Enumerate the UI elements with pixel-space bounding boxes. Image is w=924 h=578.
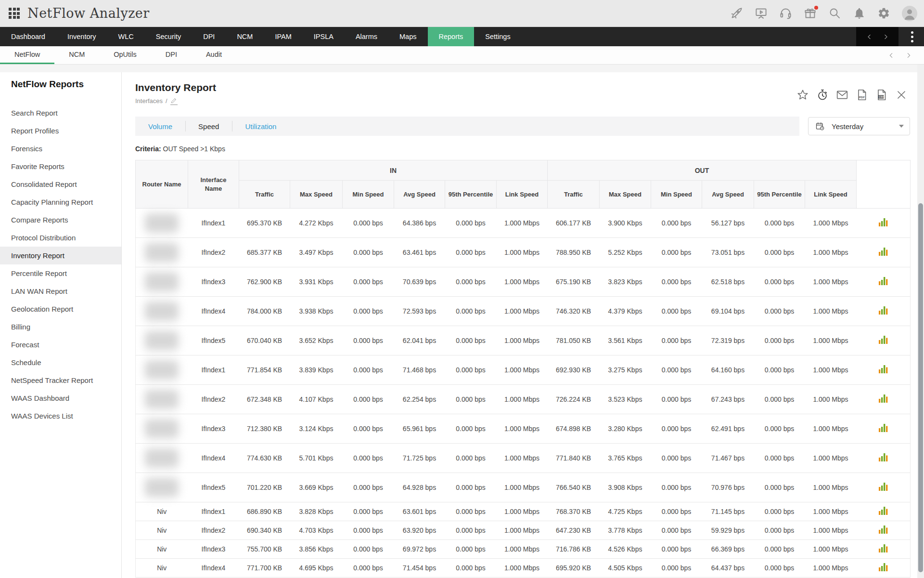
value-cell: 0.000 bps bbox=[343, 267, 394, 297]
traffic-chart-icon[interactable] bbox=[879, 394, 888, 403]
traffic-chart-icon[interactable] bbox=[879, 218, 888, 226]
inventory-table: Router NameInterface NameINOUTTrafficMax… bbox=[135, 160, 911, 578]
sidebar-item-waas-devices-list[interactable]: WAAS Devices List bbox=[0, 407, 121, 425]
close-report-icon[interactable] bbox=[895, 89, 908, 101]
value-cell: 71.145 bps bbox=[702, 502, 754, 521]
sidebar-item-billing[interactable]: Billing bbox=[0, 318, 121, 336]
traffic-chart-icon[interactable] bbox=[879, 365, 888, 373]
sidebar-item-search-report[interactable]: Search Report bbox=[0, 104, 121, 122]
value-cell: 685.377 KB bbox=[239, 238, 290, 267]
traffic-chart-icon[interactable] bbox=[879, 424, 888, 432]
sidebar-item-protocol-distribution[interactable]: Protocol Distribution bbox=[0, 229, 121, 247]
nav-item-ncm[interactable]: NCM bbox=[226, 27, 264, 46]
value-cell: 73.051 bps bbox=[702, 238, 754, 267]
traffic-chart-icon[interactable] bbox=[879, 507, 888, 515]
subnav-item-audit[interactable]: Audit bbox=[192, 46, 236, 64]
nav-scroll-right-icon[interactable] bbox=[877, 27, 894, 46]
subnav-scroll-left-icon[interactable] bbox=[887, 52, 895, 59]
value-cell: 0.000 bps bbox=[343, 502, 394, 521]
nav-item-dashboard[interactable]: Dashboard bbox=[0, 27, 56, 46]
value-cell: 69.972 bps bbox=[394, 540, 445, 559]
nav-more-menu-icon[interactable] bbox=[898, 27, 924, 46]
nav-item-settings[interactable]: Settings bbox=[474, 27, 521, 46]
sidebar-item-netspeed-tracker-report[interactable]: NetSpeed Tracker Report bbox=[0, 371, 121, 389]
sidebar-item-consolidated-report[interactable]: Consolidated Report bbox=[0, 175, 121, 193]
vertical-scrollbar-thumb[interactable] bbox=[918, 203, 923, 572]
demo-video-icon[interactable] bbox=[755, 7, 768, 20]
sidebar-item-forecast[interactable]: Forecast bbox=[0, 336, 121, 354]
nav-scroll-left-icon[interactable] bbox=[861, 27, 877, 46]
nav-item-ipam[interactable]: IPAM bbox=[264, 27, 302, 46]
nav-item-reports[interactable]: Reports bbox=[428, 27, 475, 46]
export-csv-icon[interactable]: CSV bbox=[875, 89, 888, 101]
nav-item-maps[interactable]: Maps bbox=[388, 27, 427, 46]
tab-utilization[interactable]: Utilization bbox=[232, 117, 289, 136]
rocket-icon[interactable] bbox=[730, 7, 743, 20]
sidebar-item-waas-dashboard[interactable]: WAAS Dashboard bbox=[0, 389, 121, 407]
nav-item-inventory[interactable]: Inventory bbox=[56, 27, 107, 46]
export-pdf-icon[interactable]: PDF bbox=[856, 89, 868, 101]
column-header: Router Name bbox=[136, 160, 188, 209]
sidebar-item-compare-reports[interactable]: Compare Reports bbox=[0, 211, 121, 229]
sidebar-item-percentile-report[interactable]: Percentile Report bbox=[0, 264, 121, 282]
subnav-scroll-right-icon[interactable] bbox=[905, 52, 912, 59]
breadcrumb-path[interactable]: Interfaces bbox=[135, 97, 163, 105]
email-report-icon[interactable] bbox=[836, 89, 848, 101]
notifications-bell-icon[interactable] bbox=[853, 7, 866, 20]
nav-item-security[interactable]: Security bbox=[145, 27, 192, 46]
value-cell: 63.601 bps bbox=[394, 502, 445, 521]
nav-item-wlc[interactable]: WLC bbox=[107, 27, 145, 46]
subnav-item-dpi[interactable]: DPI bbox=[151, 46, 192, 64]
traffic-chart-icon[interactable] bbox=[879, 563, 888, 571]
favorite-star-icon[interactable] bbox=[796, 89, 809, 101]
nav-item-alarms[interactable]: Alarms bbox=[345, 27, 388, 46]
sidebar-item-geolocation-report[interactable]: Geolocation Report bbox=[0, 300, 121, 318]
value-cell: 766.540 KB bbox=[548, 473, 600, 502]
traffic-chart-icon[interactable] bbox=[879, 277, 888, 285]
user-avatar[interactable] bbox=[902, 6, 917, 21]
column-header: Traffic bbox=[239, 181, 290, 209]
traffic-chart-icon[interactable] bbox=[879, 306, 888, 315]
sidebar-item-forensics[interactable]: Forensics bbox=[0, 140, 121, 158]
tab-volume[interactable]: Volume bbox=[135, 117, 185, 136]
blurred-router-name bbox=[145, 331, 179, 350]
subnav-item-oputils[interactable]: OpUtils bbox=[99, 46, 151, 64]
interface-name-cell: IfIndex2 bbox=[188, 238, 239, 267]
support-headset-icon[interactable] bbox=[779, 7, 792, 20]
schedule-report-icon[interactable] bbox=[816, 89, 829, 101]
table-row: NivIfIndex1686.890 KB3.828 Kbps0.000 bps… bbox=[136, 502, 911, 521]
traffic-chart-icon[interactable] bbox=[879, 525, 888, 534]
value-cell: 606.177 KB bbox=[548, 209, 600, 238]
sidebar-item-inventory-report[interactable]: Inventory Report bbox=[0, 247, 121, 264]
traffic-chart-icon[interactable] bbox=[879, 483, 888, 491]
edit-report-icon[interactable] bbox=[170, 97, 178, 105]
nav-item-dpi[interactable]: DPI bbox=[192, 27, 226, 46]
sidebar-item-lan-wan-report[interactable]: LAN WAN Report bbox=[0, 282, 121, 300]
value-cell: 0.000 bps bbox=[343, 540, 394, 559]
value-cell: 0.000 bps bbox=[651, 502, 702, 521]
subnav-item-netflow[interactable]: NetFlow bbox=[0, 46, 54, 64]
value-cell: 0.000 bps bbox=[445, 385, 497, 414]
tab-speed[interactable]: Speed bbox=[185, 117, 232, 136]
sidebar-item-report-profiles[interactable]: Report Profiles bbox=[0, 122, 121, 140]
value-cell: 0.000 bps bbox=[343, 559, 394, 578]
nav-item-ipsla[interactable]: IPSLA bbox=[303, 27, 345, 46]
column-header: Avg Speed bbox=[702, 181, 754, 209]
value-cell: 71.725 bps bbox=[394, 444, 445, 473]
settings-gear-icon[interactable] bbox=[877, 7, 890, 20]
blurred-router-name bbox=[145, 448, 179, 468]
vertical-scrollbar[interactable] bbox=[917, 65, 924, 578]
traffic-chart-icon[interactable] bbox=[879, 544, 888, 552]
traffic-chart-icon[interactable] bbox=[879, 453, 888, 461]
sidebar-item-capacity-planning-report[interactable]: Capacity Planning Report bbox=[0, 193, 121, 211]
date-range-picker[interactable]: Yesterday bbox=[808, 117, 910, 135]
value-cell: 0.000 bps bbox=[754, 414, 805, 444]
sidebar-item-schedule[interactable]: Schedule bbox=[0, 354, 121, 371]
search-icon[interactable] bbox=[828, 7, 841, 20]
traffic-chart-icon[interactable] bbox=[879, 248, 888, 256]
apps-grid-icon[interactable] bbox=[9, 8, 20, 19]
subnav-item-ncm[interactable]: NCM bbox=[54, 46, 99, 64]
sidebar-item-favorite-reports[interactable]: Favorite Reports bbox=[0, 158, 121, 175]
traffic-chart-icon[interactable] bbox=[879, 336, 888, 344]
gift-icon[interactable] bbox=[804, 7, 817, 20]
